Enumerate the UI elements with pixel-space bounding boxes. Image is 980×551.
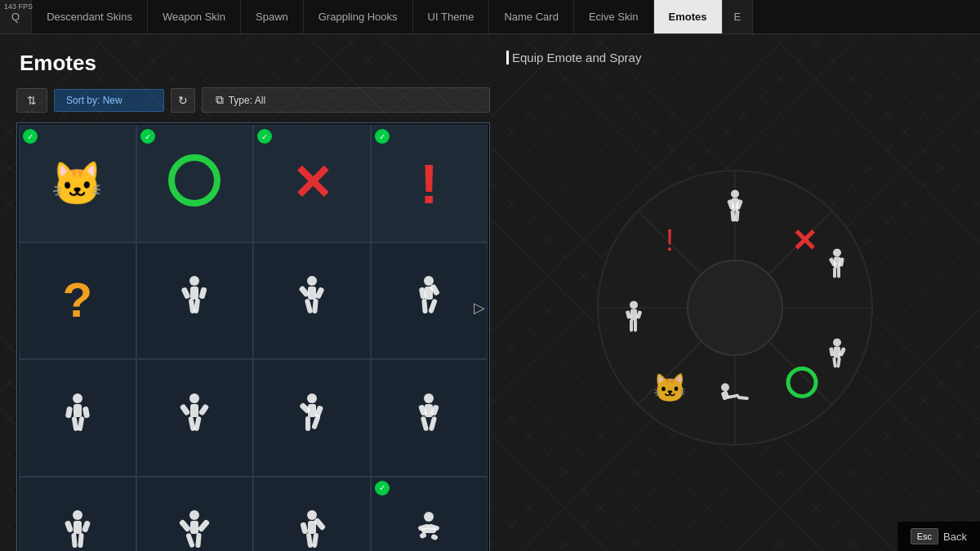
item-icon: ✕: [292, 159, 332, 208]
nav-ecive-skin[interactable]: Ecive Skin: [574, 0, 654, 33]
svg-rect-8: [308, 287, 316, 300]
svg-point-31: [307, 393, 317, 403]
sort-order-button[interactable]: ⇅: [16, 88, 47, 113]
item-icon: [413, 393, 444, 442]
item-checkmark: ✓: [257, 129, 272, 144]
grid-item-3[interactable]: ✓!: [371, 125, 488, 242]
esc-key[interactable]: Esc: [911, 528, 938, 544]
grid-item-12[interactable]: [19, 477, 136, 552]
svg-rect-12: [312, 299, 318, 313]
grid-item-1[interactable]: ✓: [136, 125, 254, 242]
sort-icon: ⇅: [27, 94, 37, 107]
nav-bar: Q Descendant Skins Weapon Skin Spawn Gra…: [0, 0, 980, 34]
svg-point-49: [189, 510, 199, 520]
svg-rect-10: [314, 287, 324, 300]
svg-rect-51: [179, 519, 191, 533]
svg-rect-53: [185, 533, 195, 549]
svg-rect-52: [198, 519, 210, 533]
svg-rect-18: [428, 299, 438, 314]
item-icon: [296, 393, 327, 442]
refresh-button[interactable]: ↻: [171, 88, 195, 113]
svg-rect-42: [429, 415, 437, 431]
grid-item-9[interactable]: [136, 359, 254, 477]
emote-wheel[interactable]: ! ✕: [596, 169, 874, 447]
item-icon: ?: [62, 276, 92, 325]
e-label: E: [734, 11, 742, 23]
sort-label: Sort by: New: [54, 89, 164, 112]
item-icon: [166, 152, 223, 216]
nav-grappling-hooks[interactable]: Grappling Hooks: [304, 0, 413, 33]
grid-item-11[interactable]: [371, 359, 488, 477]
grid-item-0[interactable]: ✓🐱: [19, 125, 136, 242]
svg-rect-24: [77, 415, 84, 431]
cursor-indicator: ▷: [474, 299, 485, 317]
svg-rect-50: [190, 521, 198, 534]
item-icon: 🐱: [51, 162, 104, 205]
grid-item-13[interactable]: [136, 477, 254, 552]
nav-weapon-skin[interactable]: Weapon Skin: [148, 0, 241, 33]
svg-rect-59: [306, 533, 313, 549]
grid-item-7[interactable]: [371, 242, 488, 360]
svg-point-55: [307, 510, 317, 520]
svg-rect-30: [194, 415, 202, 431]
item-icon: [62, 393, 93, 442]
item-checkmark: ✓: [140, 129, 155, 144]
grid-item-6[interactable]: [253, 242, 371, 360]
grid-item-15[interactable]: ✓: [371, 477, 488, 552]
svg-rect-45: [65, 520, 74, 533]
svg-rect-20: [74, 404, 82, 417]
svg-rect-38: [425, 404, 433, 417]
main-content: Emotes ⇅ Sort by: New ↻ ⧉ Type: All ✓🐱✓✓…: [0, 34, 980, 551]
back-label: Back: [943, 531, 967, 543]
svg-rect-48: [78, 533, 84, 548]
svg-rect-6: [194, 299, 200, 314]
svg-rect-57: [300, 522, 308, 535]
item-checkmark: ✓: [375, 481, 390, 495]
grid-item-14[interactable]: [253, 477, 371, 552]
item-icon: [62, 510, 93, 551]
svg-rect-22: [82, 406, 90, 418]
item-icon: !: [420, 156, 439, 211]
svg-rect-60: [312, 533, 318, 549]
grid-item-4[interactable]: ?: [19, 242, 136, 360]
type-filter-button[interactable]: ⧉ Type: All: [202, 87, 490, 113]
q-label: Q: [11, 11, 20, 23]
item-icon: [179, 393, 210, 442]
svg-rect-21: [65, 406, 73, 418]
nav-ui-theme[interactable]: UI Theme: [413, 0, 490, 33]
bottom-bar: Esc Back: [898, 522, 980, 551]
svg-point-37: [424, 393, 434, 403]
svg-rect-27: [180, 403, 191, 415]
svg-rect-44: [74, 521, 82, 534]
page-title: Emotes: [16, 51, 490, 76]
nav-spawn[interactable]: Spawn: [241, 0, 304, 33]
item-icon: [179, 510, 210, 551]
refresh-icon: ↻: [178, 94, 188, 107]
item-checkmark: ✓: [23, 129, 38, 144]
items-grid-container: ✓🐱✓✓✕✓!?✓✓✓✓ 🎒 20: [16, 122, 490, 551]
svg-rect-4: [199, 287, 207, 300]
wheel-area: ▷: [506, 81, 964, 535]
svg-rect-11: [305, 299, 313, 314]
left-panel: Emotes ⇅ Sort by: New ↻ ⧉ Type: All ✓🐱✓✓…: [16, 51, 490, 535]
nav-e-button[interactable]: E: [723, 0, 754, 33]
nav-emotes[interactable]: Emotes: [654, 0, 723, 33]
nav-descendant-skins[interactable]: Descendant Skins: [32, 0, 148, 33]
svg-rect-46: [82, 520, 91, 533]
svg-rect-47: [71, 533, 78, 548]
equip-title: Equip Emote and Spray: [506, 51, 964, 64]
item-checkmark: ✓: [375, 129, 390, 144]
svg-rect-66: [430, 534, 439, 540]
svg-rect-2: [190, 287, 198, 300]
svg-point-25: [189, 393, 199, 403]
svg-rect-54: [195, 533, 202, 548]
svg-point-13: [424, 276, 434, 286]
item-icon: [413, 510, 444, 551]
grid-item-2[interactable]: ✓✕: [253, 125, 371, 242]
grid-item-8[interactable]: [19, 359, 136, 477]
nav-name-card[interactable]: Name Card: [489, 0, 573, 33]
wheel-svg: [596, 169, 874, 447]
grid-item-5[interactable]: [136, 242, 254, 360]
grid-item-10[interactable]: [253, 359, 371, 477]
svg-rect-26: [190, 404, 198, 417]
